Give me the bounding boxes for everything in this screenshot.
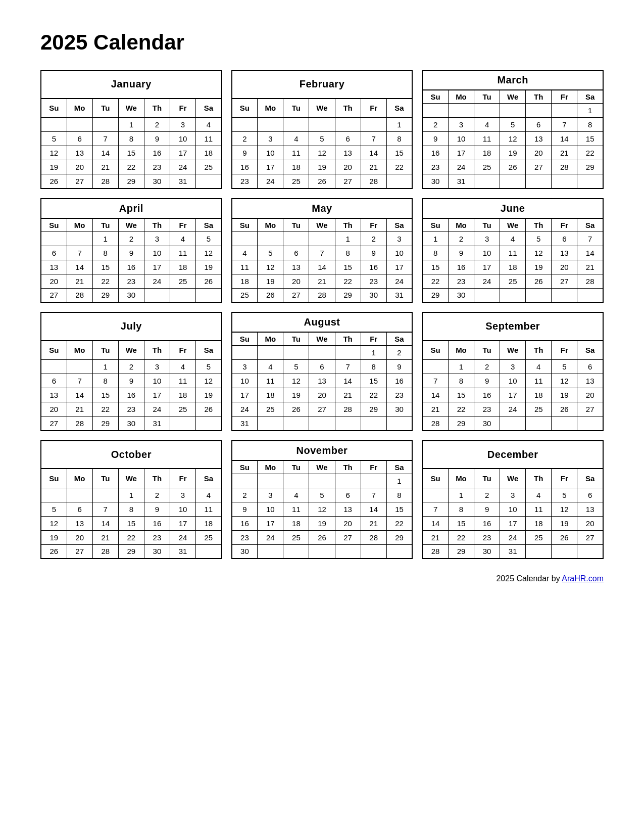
day-cell: 8	[335, 246, 361, 260]
day-header-mo: Mo	[258, 460, 283, 474]
day-cell: 29	[92, 416, 118, 431]
day-cell: 29	[422, 288, 448, 302]
day-cell: 17	[500, 388, 526, 402]
day-cell: 29	[118, 544, 144, 559]
day-cell: 9	[144, 132, 170, 146]
day-header-th: Th	[526, 341, 552, 360]
day-header-su: Su	[41, 341, 67, 360]
table-row: 12131415161718	[41, 146, 222, 160]
day-cell: 20	[335, 160, 361, 174]
day-cell: 11	[258, 374, 283, 388]
day-header-tu: Tu	[474, 218, 500, 232]
day-cell: 11	[170, 246, 195, 260]
day-cell: 25	[196, 160, 222, 174]
day-cell: 17	[258, 160, 283, 174]
day-cell: 12	[552, 374, 577, 388]
day-cell: 25	[474, 160, 500, 174]
day-cell: 9	[448, 246, 474, 260]
table-row: 21222324252627	[422, 530, 603, 544]
day-cell: 16	[144, 516, 170, 530]
day-cell: 25	[283, 174, 309, 189]
day-cell: 3	[500, 488, 526, 502]
day-cell: 31	[170, 544, 195, 559]
day-cell: 7	[361, 132, 386, 146]
table-row: 1	[232, 118, 413, 132]
table-row: 21222324252627	[422, 402, 603, 416]
day-cell: 1	[335, 231, 361, 246]
day-cell: 21	[422, 530, 448, 544]
day-cell: 28	[92, 544, 118, 559]
day-cell: 10	[500, 374, 526, 388]
day-cell: 1	[361, 346, 386, 360]
table-row: 20212223242526	[41, 402, 222, 416]
empty-cell	[258, 118, 283, 132]
empty-cell	[500, 174, 526, 189]
table-row: 1234	[41, 118, 222, 132]
day-cell: 23	[361, 274, 386, 288]
day-cell: 4	[196, 488, 222, 502]
empty-cell	[422, 104, 448, 118]
table-row: 262728293031	[41, 174, 222, 189]
table-row: 15161718192021	[422, 260, 603, 274]
day-cell: 25	[283, 530, 309, 544]
table-row: 13141516171819	[41, 260, 222, 274]
empty-cell	[232, 346, 258, 360]
day-cell: 11	[170, 374, 195, 388]
day-cell: 23	[118, 402, 144, 416]
empty-cell	[283, 346, 309, 360]
day-cell: 3	[170, 118, 195, 132]
day-cell: 18	[283, 160, 309, 174]
day-cell: 27	[577, 530, 603, 544]
day-cell: 20	[552, 260, 577, 274]
day-cell: 4	[196, 118, 222, 132]
day-cell: 18	[196, 146, 222, 160]
day-cell: 7	[552, 118, 577, 132]
day-cell: 11	[283, 146, 309, 160]
day-cell: 16	[232, 516, 258, 530]
day-cell: 12	[552, 502, 577, 516]
day-cell: 14	[361, 502, 386, 516]
table-row: 1	[422, 104, 603, 118]
day-cell: 7	[422, 374, 448, 388]
day-cell: 10	[448, 132, 474, 146]
day-cell: 17	[232, 388, 258, 402]
day-cell: 4	[232, 246, 258, 260]
day-cell: 17	[386, 260, 412, 274]
empty-cell	[335, 346, 361, 360]
empty-cell	[474, 288, 500, 302]
day-cell: 6	[335, 132, 361, 146]
day-cell: 15	[386, 502, 412, 516]
day-cell: 12	[526, 246, 552, 260]
table-row: 14151617181920	[422, 516, 603, 530]
day-cell: 1	[448, 488, 474, 502]
day-cell: 7	[67, 374, 92, 388]
day-cell: 13	[67, 516, 92, 530]
empty-cell	[196, 174, 222, 189]
empty-cell	[283, 474, 309, 488]
footer-link[interactable]: AraHR.com	[562, 574, 604, 583]
day-header-fr: Fr	[552, 218, 577, 232]
day-cell: 20	[577, 516, 603, 530]
day-cell: 9	[232, 502, 258, 516]
day-cell: 18	[526, 388, 552, 402]
day-header-sa: Sa	[196, 341, 222, 360]
empty-cell	[335, 118, 361, 132]
day-cell: 22	[422, 274, 448, 288]
day-cell: 6	[41, 246, 67, 260]
day-cell: 6	[67, 502, 92, 516]
day-cell: 8	[448, 374, 474, 388]
day-header-su: Su	[232, 332, 258, 346]
table-row: 16171819202122	[232, 516, 413, 530]
day-cell: 24	[386, 274, 412, 288]
day-cell: 16	[118, 260, 144, 274]
empty-cell	[309, 346, 335, 360]
day-cell: 22	[118, 160, 144, 174]
table-row: 24252627282930	[232, 402, 413, 416]
table-row: 22232425262728	[422, 274, 603, 288]
day-cell: 2	[232, 488, 258, 502]
day-cell: 28	[422, 416, 448, 431]
day-cell: 11	[196, 502, 222, 516]
day-cell: 18	[232, 274, 258, 288]
day-cell: 3	[448, 118, 474, 132]
table-row: 11121314151617	[232, 260, 413, 274]
